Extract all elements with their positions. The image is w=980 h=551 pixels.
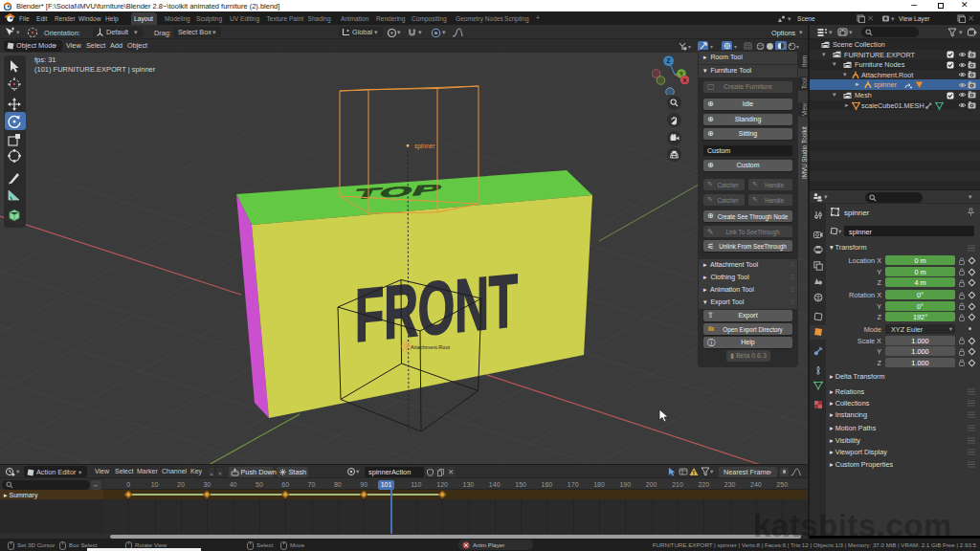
- svg-text:X: X: [682, 77, 686, 83]
- svg-text:Z: Z: [667, 57, 671, 64]
- svg-text:spinner: spinner: [414, 143, 435, 150]
- svg-text:Attachment.Root: Attachment.Root: [411, 344, 450, 350]
- svg-text:FRONT: FRONT: [355, 258, 518, 358]
